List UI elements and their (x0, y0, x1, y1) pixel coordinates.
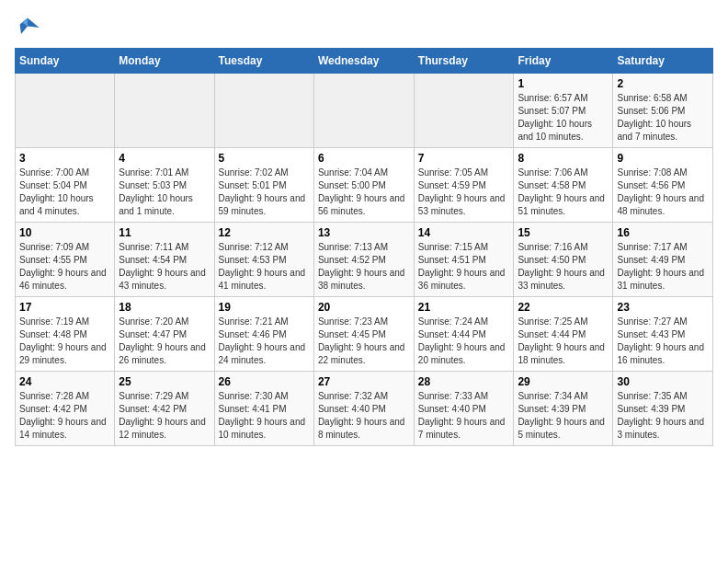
day-cell: 7Sunrise: 7:05 AM Sunset: 4:59 PM Daylig… (414, 148, 514, 223)
day-number: 18 (119, 301, 210, 314)
weekday-header-row: SundayMondayTuesdayWednesdayThursdayFrid… (16, 49, 713, 74)
calendar-header: SundayMondayTuesdayWednesdayThursdayFrid… (16, 49, 713, 74)
day-cell: 2Sunrise: 6:58 AM Sunset: 5:06 PM Daylig… (613, 74, 713, 148)
day-number: 14 (418, 226, 510, 239)
day-info: Sunrise: 7:29 AM Sunset: 4:42 PM Dayligh… (119, 390, 210, 442)
day-info: Sunrise: 7:08 AM Sunset: 4:56 PM Dayligh… (617, 167, 709, 218)
day-info: Sunrise: 7:33 AM Sunset: 4:40 PM Dayligh… (418, 390, 510, 442)
day-cell: 28Sunrise: 7:33 AM Sunset: 4:40 PM Dayli… (414, 372, 514, 446)
day-cell: 23Sunrise: 7:27 AM Sunset: 4:43 PM Dayli… (613, 297, 713, 372)
day-cell: 5Sunrise: 7:02 AM Sunset: 5:01 PM Daylig… (214, 148, 313, 223)
day-number: 15 (518, 226, 609, 239)
week-row-5: 24Sunrise: 7:28 AM Sunset: 4:42 PM Dayli… (16, 372, 713, 446)
day-cell: 17Sunrise: 7:19 AM Sunset: 4:48 PM Dayli… (16, 297, 115, 372)
day-number: 28 (418, 375, 510, 388)
day-info: Sunrise: 7:23 AM Sunset: 4:45 PM Dayligh… (318, 316, 410, 367)
weekday-header-monday: Monday (115, 49, 214, 74)
day-cell: 20Sunrise: 7:23 AM Sunset: 4:45 PM Dayli… (313, 297, 414, 372)
weekday-header-wednesday: Wednesday (313, 49, 414, 74)
day-number: 24 (19, 375, 110, 388)
day-number: 9 (617, 152, 709, 165)
day-number: 3 (19, 152, 110, 165)
day-cell: 11Sunrise: 7:11 AM Sunset: 4:54 PM Dayli… (115, 223, 214, 297)
day-number: 5 (219, 152, 310, 165)
day-info: Sunrise: 7:09 AM Sunset: 4:55 PM Dayligh… (19, 241, 110, 293)
day-cell: 18Sunrise: 7:20 AM Sunset: 4:47 PM Dayli… (115, 297, 214, 372)
day-number: 19 (219, 301, 310, 314)
week-row-1: 1Sunrise: 6:57 AM Sunset: 5:07 PM Daylig… (16, 74, 713, 148)
day-info: Sunrise: 6:57 AM Sunset: 5:07 PM Dayligh… (518, 92, 609, 144)
day-cell: 4Sunrise: 7:01 AM Sunset: 5:03 PM Daylig… (115, 148, 214, 223)
day-number: 30 (617, 375, 709, 388)
day-info: Sunrise: 7:20 AM Sunset: 4:47 PM Dayligh… (119, 316, 210, 367)
day-number: 26 (219, 375, 310, 388)
day-info: Sunrise: 7:35 AM Sunset: 4:39 PM Dayligh… (617, 390, 709, 442)
day-cell (16, 74, 115, 148)
day-cell: 14Sunrise: 7:15 AM Sunset: 4:51 PM Dayli… (414, 223, 514, 297)
day-cell: 12Sunrise: 7:12 AM Sunset: 4:53 PM Dayli… (214, 223, 313, 297)
calendar-body: 1Sunrise: 6:57 AM Sunset: 5:07 PM Daylig… (16, 74, 713, 446)
day-info: Sunrise: 6:58 AM Sunset: 5:06 PM Dayligh… (617, 92, 709, 144)
day-info: Sunrise: 7:17 AM Sunset: 4:49 PM Dayligh… (617, 241, 709, 293)
weekday-header-sunday: Sunday (16, 49, 115, 74)
day-number: 8 (518, 152, 609, 165)
day-cell: 3Sunrise: 7:00 AM Sunset: 5:04 PM Daylig… (16, 148, 115, 223)
day-number: 6 (318, 152, 410, 165)
day-cell: 19Sunrise: 7:21 AM Sunset: 4:46 PM Dayli… (214, 297, 313, 372)
day-info: Sunrise: 7:16 AM Sunset: 4:50 PM Dayligh… (518, 241, 609, 293)
day-number: 4 (119, 152, 210, 165)
day-cell: 9Sunrise: 7:08 AM Sunset: 4:56 PM Daylig… (613, 148, 713, 223)
svg-marker-0 (20, 18, 40, 35)
day-info: Sunrise: 7:02 AM Sunset: 5:01 PM Dayligh… (219, 167, 310, 218)
weekday-header-thursday: Thursday (414, 49, 514, 74)
day-cell: 6Sunrise: 7:04 AM Sunset: 5:00 PM Daylig… (313, 148, 414, 223)
day-info: Sunrise: 7:27 AM Sunset: 4:43 PM Dayligh… (617, 316, 709, 367)
day-info: Sunrise: 7:25 AM Sunset: 4:44 PM Dayligh… (518, 316, 609, 367)
day-number: 16 (617, 226, 709, 239)
day-cell: 15Sunrise: 7:16 AM Sunset: 4:50 PM Dayli… (514, 223, 613, 297)
day-number: 27 (318, 375, 410, 388)
day-cell: 16Sunrise: 7:17 AM Sunset: 4:49 PM Dayli… (613, 223, 713, 297)
day-info: Sunrise: 7:28 AM Sunset: 4:42 PM Dayligh… (19, 390, 110, 442)
day-cell: 26Sunrise: 7:30 AM Sunset: 4:41 PM Dayli… (214, 372, 313, 446)
day-cell (214, 74, 313, 148)
weekday-header-friday: Friday (514, 49, 613, 74)
day-number: 23 (617, 301, 709, 314)
day-info: Sunrise: 7:21 AM Sunset: 4:46 PM Dayligh… (219, 316, 310, 367)
day-cell: 27Sunrise: 7:32 AM Sunset: 4:40 PM Dayli… (313, 372, 414, 446)
day-number: 21 (418, 301, 510, 314)
day-cell: 24Sunrise: 7:28 AM Sunset: 4:42 PM Dayli… (16, 372, 115, 446)
day-number: 20 (318, 301, 410, 314)
day-info: Sunrise: 7:32 AM Sunset: 4:40 PM Dayligh… (318, 390, 410, 442)
day-info: Sunrise: 7:15 AM Sunset: 4:51 PM Dayligh… (418, 241, 510, 293)
day-cell (115, 74, 214, 148)
day-info: Sunrise: 7:04 AM Sunset: 5:00 PM Dayligh… (318, 167, 410, 218)
week-row-4: 17Sunrise: 7:19 AM Sunset: 4:48 PM Dayli… (16, 297, 713, 372)
day-cell: 10Sunrise: 7:09 AM Sunset: 4:55 PM Dayli… (16, 223, 115, 297)
day-info: Sunrise: 7:19 AM Sunset: 4:48 PM Dayligh… (19, 316, 110, 367)
day-number: 2 (617, 77, 709, 90)
day-info: Sunrise: 7:34 AM Sunset: 4:39 PM Dayligh… (518, 390, 609, 442)
day-number: 1 (518, 77, 609, 90)
day-info: Sunrise: 7:12 AM Sunset: 4:53 PM Dayligh… (219, 241, 310, 293)
logo (15, 15, 44, 40)
day-info: Sunrise: 7:13 AM Sunset: 4:52 PM Dayligh… (318, 241, 410, 293)
day-number: 17 (19, 301, 110, 314)
day-number: 13 (318, 226, 410, 239)
weekday-header-tuesday: Tuesday (214, 49, 313, 74)
day-cell: 21Sunrise: 7:24 AM Sunset: 4:44 PM Dayli… (414, 297, 514, 372)
day-info: Sunrise: 7:11 AM Sunset: 4:54 PM Dayligh… (119, 241, 210, 293)
day-number: 25 (119, 375, 210, 388)
day-number: 12 (219, 226, 310, 239)
day-info: Sunrise: 7:30 AM Sunset: 4:41 PM Dayligh… (219, 390, 310, 442)
day-number: 10 (19, 226, 110, 239)
day-cell: 30Sunrise: 7:35 AM Sunset: 4:39 PM Dayli… (613, 372, 713, 446)
week-row-3: 10Sunrise: 7:09 AM Sunset: 4:55 PM Dayli… (16, 223, 713, 297)
calendar-table: SundayMondayTuesdayWednesdayThursdayFrid… (15, 48, 713, 446)
day-cell: 25Sunrise: 7:29 AM Sunset: 4:42 PM Dayli… (115, 372, 214, 446)
day-info: Sunrise: 7:01 AM Sunset: 5:03 PM Dayligh… (119, 167, 210, 218)
day-number: 11 (119, 226, 210, 239)
week-row-2: 3Sunrise: 7:00 AM Sunset: 5:04 PM Daylig… (16, 148, 713, 223)
day-cell: 13Sunrise: 7:13 AM Sunset: 4:52 PM Dayli… (313, 223, 414, 297)
day-cell: 1Sunrise: 6:57 AM Sunset: 5:07 PM Daylig… (514, 74, 613, 148)
